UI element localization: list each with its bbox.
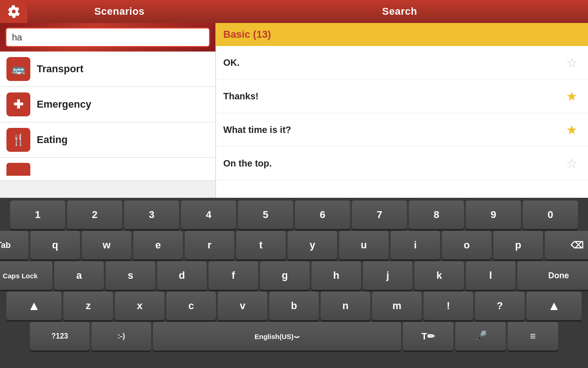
key-w[interactable]: w: [82, 231, 131, 259]
key-l[interactable]: l: [466, 261, 515, 290]
settings-button[interactable]: [0, 0, 28, 23]
key-x[interactable]: x: [115, 292, 164, 320]
sidebar: 🚌 Transport ✚ Emergency 🍴 Eating: [0, 23, 216, 198]
sidebar-item-partial[interactable]: [0, 158, 215, 181]
keyboard: 1 2 3 4 5 6 7 8 9 0 Tab q w e r t y u i …: [0, 198, 588, 368]
key-y[interactable]: y: [288, 231, 337, 259]
key-shift-left[interactable]: ▲: [6, 292, 62, 320]
key-space[interactable]: English(US)⌣: [153, 322, 401, 351]
bottom-row: ?123 :-) English(US)⌣ T✏ 🎤 ≡: [2, 322, 586, 351]
asdf-row: Caps Lock a s d f g h j k l Done: [2, 261, 586, 290]
phrase-item-1[interactable]: OK. ☆: [216, 46, 588, 80]
eating-label: Eating: [37, 134, 68, 146]
sidebar-item-transport[interactable]: 🚌 Transport: [0, 52, 215, 87]
main-content: 🚌 Transport ✚ Emergency 🍴 Eating: [0, 23, 588, 198]
category-header: Basic (13): [216, 23, 588, 46]
number-row: 1 2 3 4 5 6 7 8 9 0: [2, 201, 586, 229]
key-p[interactable]: p: [493, 231, 543, 259]
key-2[interactable]: 2: [67, 201, 122, 229]
qwerty-row: Tab q w e r t y u i o p ⌫: [2, 231, 586, 259]
search-input[interactable]: [6, 28, 210, 47]
transport-icon: 🚌: [6, 57, 30, 81]
star-icon-3[interactable]: ★: [566, 122, 581, 137]
phrase-text-1: OK.: [223, 58, 240, 68]
key-9[interactable]: 9: [466, 201, 521, 229]
key-z[interactable]: z: [63, 292, 113, 320]
key-j[interactable]: j: [363, 261, 413, 290]
key-h[interactable]: h: [311, 261, 361, 290]
phrase-text-4: On the top.: [223, 158, 272, 169]
key-a[interactable]: a: [54, 261, 104, 290]
key-backspace[interactable]: ⌫: [545, 231, 588, 259]
phrase-item-4[interactable]: On the top. ☆: [216, 147, 588, 180]
key-c[interactable]: c: [166, 292, 216, 320]
emergency-icon: ✚: [6, 92, 30, 116]
key-k[interactable]: k: [414, 261, 464, 290]
key-r[interactable]: r: [185, 231, 234, 259]
key-t[interactable]: t: [236, 231, 286, 259]
key-6[interactable]: 6: [295, 201, 350, 229]
star-icon-2[interactable]: ★: [566, 89, 581, 104]
key-caps-lock[interactable]: Caps Lock: [0, 261, 52, 290]
key-5[interactable]: 5: [238, 201, 293, 229]
scenarios-title: Scenarios: [28, 6, 211, 17]
key-1[interactable]: 1: [10, 201, 65, 229]
key-smiley[interactable]: :-): [91, 322, 151, 351]
key-0[interactable]: 0: [523, 201, 578, 229]
search-title: Search: [211, 6, 588, 17]
top-bar: Scenarios Search: [0, 0, 588, 23]
key-edit[interactable]: T✏: [403, 322, 453, 351]
phrase-text-2: Thanks!: [223, 91, 259, 102]
emergency-label: Emergency: [37, 98, 91, 110]
key-7[interactable]: 7: [352, 201, 407, 229]
results-panel: Basic (13) OK. ☆ Thanks! ★ What time is …: [216, 23, 588, 198]
key-3[interactable]: 3: [124, 201, 179, 229]
sidebar-item-emergency[interactable]: ✚ Emergency: [0, 87, 215, 122]
key-o[interactable]: o: [442, 231, 492, 259]
key-i[interactable]: i: [390, 231, 440, 259]
key-e[interactable]: e: [133, 231, 183, 259]
key-q[interactable]: q: [30, 231, 80, 259]
phrase-item-2[interactable]: Thanks! ★: [216, 80, 588, 113]
key-b[interactable]: b: [269, 292, 319, 320]
transport-label: Transport: [37, 63, 83, 75]
key-symbol[interactable]: ?123: [30, 322, 90, 351]
key-s[interactable]: s: [106, 261, 155, 290]
backspace-icon: ⌫: [571, 240, 583, 251]
key-tab[interactable]: Tab: [0, 231, 28, 259]
zxcv-row: ▲ z x c v b n m ! ? ▲: [2, 292, 586, 320]
eating-icon: 🍴: [6, 128, 30, 152]
phrase-item-3[interactable]: What time is it? ★: [216, 113, 588, 147]
key-4[interactable]: 4: [181, 201, 236, 229]
key-shift-right[interactable]: ▲: [526, 292, 582, 320]
key-u[interactable]: u: [339, 231, 389, 259]
sidebar-item-eating[interactable]: 🍴 Eating: [0, 122, 215, 158]
gear-icon: [7, 5, 20, 18]
phrase-text-3: What time is it?: [223, 125, 291, 135]
key-menu[interactable]: ≡: [508, 322, 558, 351]
star-icon-4[interactable]: ☆: [566, 156, 581, 171]
star-icon-1[interactable]: ☆: [566, 55, 581, 70]
key-m[interactable]: m: [372, 292, 422, 320]
key-v[interactable]: v: [218, 292, 267, 320]
key-f[interactable]: f: [209, 261, 258, 290]
key-question[interactable]: ?: [475, 292, 525, 320]
key-done[interactable]: Done: [517, 261, 588, 290]
key-microphone[interactable]: 🎤: [455, 322, 506, 351]
key-n[interactable]: n: [321, 292, 370, 320]
key-d[interactable]: d: [157, 261, 207, 290]
search-container: [0, 23, 215, 52]
partial-icon: [6, 163, 30, 176]
key-8[interactable]: 8: [409, 201, 464, 229]
key-exclaim[interactable]: !: [424, 292, 473, 320]
key-g[interactable]: g: [260, 261, 310, 290]
